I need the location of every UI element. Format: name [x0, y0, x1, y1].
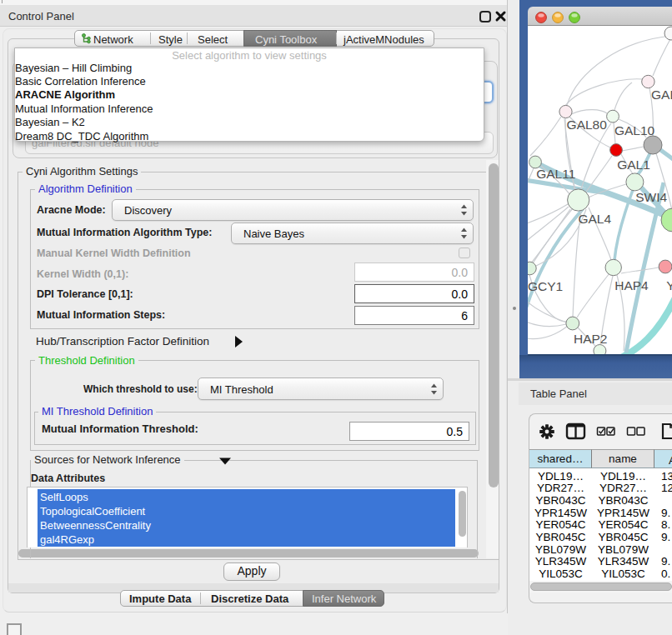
svg-text:GAL4: GAL4: [578, 212, 611, 226]
svg-text:GAL80: GAL80: [567, 118, 608, 132]
svg-text:GAL: GAL: [651, 88, 672, 102]
svg-text:HAP4: HAP4: [614, 278, 649, 292]
svg-text:GCY1: GCY1: [528, 279, 563, 293]
svg-text:GAL1: GAL1: [617, 158, 650, 172]
svg-text:SWI4: SWI4: [635, 190, 667, 204]
svg-text:GAL11: GAL11: [536, 167, 575, 181]
svg-text:Y: Y: [666, 278, 672, 292]
svg-text:GAL10: GAL10: [614, 123, 655, 138]
svg-text:HAP2: HAP2: [574, 332, 608, 346]
